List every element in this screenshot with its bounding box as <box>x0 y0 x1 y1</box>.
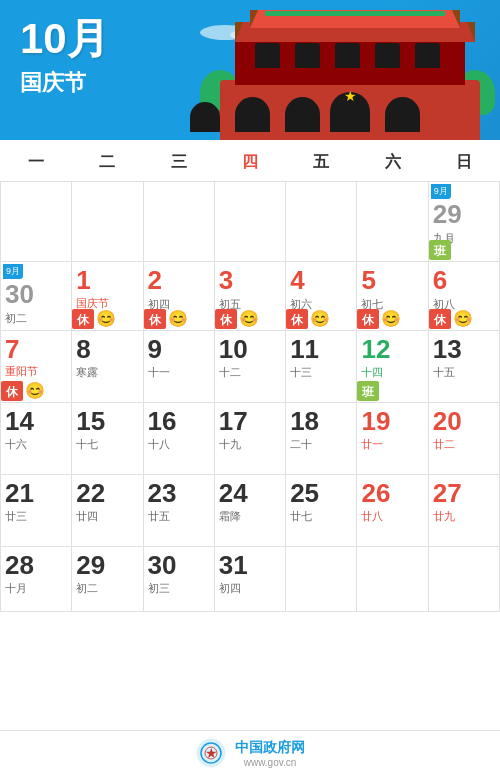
day-cell-empty <box>286 547 357 612</box>
calendar: 一 二 三 四 五 六 日 9月 29 九月 班 <box>0 140 500 730</box>
day-number: 9 <box>148 335 210 364</box>
weekday-sat: 六 <box>357 148 428 177</box>
xiu-badge: 休 <box>72 309 94 329</box>
lunar-text: 廿四 <box>76 509 138 524</box>
happy-emoji: 😊 <box>453 309 473 328</box>
day-oct-14: 14 十六 <box>1 403 72 475</box>
lunar-text: 十月 <box>5 581 67 596</box>
day-cell-empty <box>144 182 215 262</box>
sep-month-badge: 9月 <box>431 184 451 199</box>
week-row-6: 28 十月 29 初二 30 初三 31 初四 <box>0 547 500 612</box>
sep-month-badge2: 9月 <box>3 264 23 279</box>
day-number: 10 <box>219 335 281 364</box>
site-url: www.gov.cn <box>235 757 305 768</box>
lunar-text: 二十 <box>290 437 352 452</box>
day-cell-empty <box>429 547 500 612</box>
day-oct-4: 4 初六 休 😊 <box>286 262 357 331</box>
svg-text:★: ★ <box>205 745 218 761</box>
day-oct-24: 24 霜降 <box>215 475 286 547</box>
lunar-text: 十九 <box>219 437 281 452</box>
footer-text: 中国政府网 www.gov.cn <box>235 739 305 768</box>
xiu-badge: 休 <box>286 309 308 329</box>
weekday-sun: 日 <box>429 148 500 177</box>
day-oct-12: 12 十四 班 <box>357 331 428 403</box>
day-number: 28 <box>5 551 67 580</box>
ban-badge: 班 <box>429 240 451 260</box>
lunar-text: 廿五 <box>148 509 210 524</box>
day-cell-empty <box>215 182 286 262</box>
building-base: ★ <box>220 80 480 140</box>
day-number: 30 <box>148 551 210 580</box>
day-number: 6 <box>433 266 495 295</box>
day-number: 2 <box>148 266 210 295</box>
day-number: 16 <box>148 407 210 436</box>
day-number: 30 <box>5 280 67 309</box>
day-oct-16: 16 十八 <box>144 403 215 475</box>
badge-row: 休 😊 <box>144 308 214 330</box>
badge-row: 休 😊 <box>72 308 142 330</box>
site-name: 中国政府网 <box>235 739 305 757</box>
lunar-text: 初三 <box>148 581 210 596</box>
happy-emoji: 😊 <box>310 309 330 328</box>
lunar-text: 十五 <box>433 365 495 380</box>
week-row-5: 21 廿三 22 廿四 23 廿五 24 霜降 25 廿七 26 廿八 <box>0 475 500 547</box>
day-oct-20: 20 廿二 <box>429 403 500 475</box>
day-number: 8 <box>76 335 138 364</box>
day-oct-30: 30 初三 <box>144 547 215 612</box>
lunar-text: 寒露 <box>76 365 138 380</box>
day-oct-5: 5 初七 休 😊 <box>357 262 428 331</box>
lunar-text: 十七 <box>76 437 138 452</box>
day-oct-2: 2 初四 休 😊 <box>144 262 215 331</box>
day-number: 3 <box>219 266 281 295</box>
day-oct-25: 25 廿七 <box>286 475 357 547</box>
day-number: 11 <box>290 335 352 364</box>
lunar-text: 十二 <box>219 365 281 380</box>
lunar-text: 十四 <box>361 365 423 380</box>
day-number: 24 <box>219 479 281 508</box>
week-row-3: 7 重阳节 休 😊 8 寒露 9 十一 10 十二 11 十三 <box>0 331 500 403</box>
badge-row: 班 <box>429 239 499 261</box>
lunar-text: 初二 <box>5 311 67 326</box>
lunar-text: 初二 <box>76 581 138 596</box>
day-number: 20 <box>433 407 495 436</box>
happy-emoji: 😊 <box>25 381 45 400</box>
happy-emoji: 😊 <box>168 309 188 328</box>
page-container: 10月 国庆节 🐦 <box>0 0 500 775</box>
day-number: 1 <box>76 266 138 295</box>
day-oct-10: 10 十二 <box>215 331 286 403</box>
day-number: 26 <box>361 479 423 508</box>
day-oct-21: 21 廿三 <box>1 475 72 547</box>
day-number: 19 <box>361 407 423 436</box>
weekday-wed: 三 <box>143 148 214 177</box>
lunar-text: 廿三 <box>5 509 67 524</box>
weekday-header: 一 二 三 四 五 六 日 <box>0 140 500 182</box>
day-oct-3: 3 初五 休 😊 <box>215 262 286 331</box>
day-number: 13 <box>433 335 495 364</box>
happy-emoji: 😊 <box>239 309 259 328</box>
happy-emoji: 😊 <box>381 309 401 328</box>
badge-row: 休 😊 <box>215 308 285 330</box>
day-oct-18: 18 二十 <box>286 403 357 475</box>
day-number: 14 <box>5 407 67 436</box>
day-sep-30: 9月 30 初二 <box>1 262 72 331</box>
festival-text: 重阳节 <box>5 364 67 379</box>
day-oct-9: 9 十一 <box>144 331 215 403</box>
badge-row: 休 😊 <box>1 380 71 402</box>
badge-row: 休 😊 <box>286 308 356 330</box>
day-sep-29: 9月 29 九月 班 <box>429 182 500 262</box>
day-number: 23 <box>148 479 210 508</box>
day-oct-1: 1 国庆节 休 😊 <box>72 262 143 331</box>
day-number: 5 <box>361 266 423 295</box>
day-number: 15 <box>76 407 138 436</box>
day-oct-23: 23 廿五 <box>144 475 215 547</box>
festival-title: 国庆节 <box>20 68 86 98</box>
weekday-mon: 一 <box>0 148 71 177</box>
day-oct-31: 31 初四 <box>215 547 286 612</box>
day-number: 12 <box>361 335 423 364</box>
day-oct-22: 22 廿四 <box>72 475 143 547</box>
xiu-badge: 休 <box>144 309 166 329</box>
weekday-fri: 五 <box>286 148 357 177</box>
lunar-text: 十八 <box>148 437 210 452</box>
header: 10月 国庆节 🐦 <box>0 0 500 140</box>
day-oct-29: 29 初二 <box>72 547 143 612</box>
